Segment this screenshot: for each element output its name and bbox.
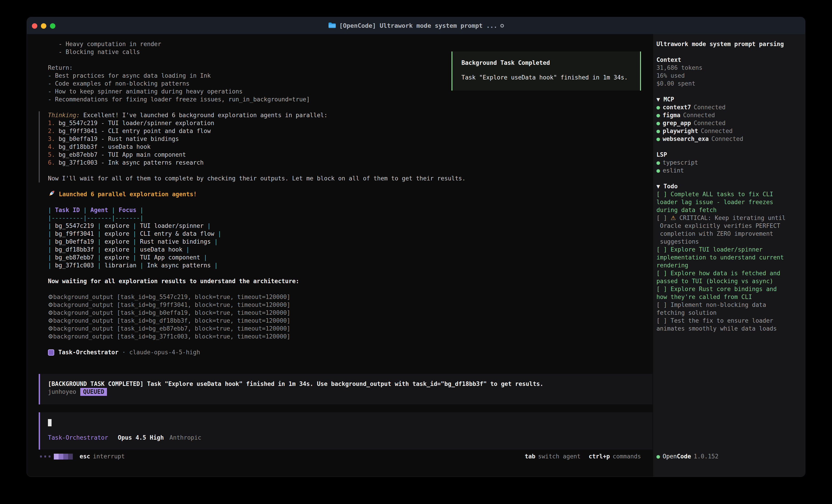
thinking-outro-line: Now I'll wait for all of them to complet… xyxy=(48,174,653,183)
chat-scroll-area[interactable]: - Heavy computation in render - Blocking… xyxy=(27,34,653,477)
right-sidebar: Ultrawork mode system prompt parsing Con… xyxy=(653,34,805,477)
todo-item-line: completion with ZERO improvement xyxy=(656,230,805,238)
tool-output-line: - Recommendations for fixing loader free… xyxy=(38,95,653,104)
rocket-icon xyxy=(48,190,56,199)
gear-icon: ⚙ xyxy=(48,317,53,324)
thinking-block: Thinking: Excellent! I've launched 6 bac… xyxy=(38,111,653,183)
minimize-window-button[interactable] xyxy=(41,23,46,29)
todo-item-line: fetching solution xyxy=(656,309,805,317)
gear-icon: ⚙ xyxy=(48,309,53,316)
todo-item-line: [ ] Test the fix to ensure loader xyxy=(656,317,805,325)
zoom-window-button[interactable] xyxy=(50,23,55,29)
todo-item-line: [ ] ⚠ CRITICAL: Keep iterating until xyxy=(656,214,805,222)
table-separator-row: |---------|-------|-------| xyxy=(38,214,653,222)
todo-item-line: [ ] Explore Rust core bindings and xyxy=(656,285,805,293)
todo-item-line: passed to TUI (blocking vs async) xyxy=(656,277,805,285)
todo-item-line: Oracle explicitly verifies PERFECT xyxy=(656,222,805,230)
terminal-window: [OpenCode] Ultrawork mode system prompt … xyxy=(27,17,805,477)
todo-section-header[interactable]: ▼ Todo xyxy=(656,183,805,190)
thinking-item: 2. bg_f9ff3041 - CLI entry point and dat… xyxy=(48,127,653,135)
background-task-message: [BACKGROUND TASK COMPLETED] Task "Explor… xyxy=(38,374,652,404)
status-right: tab switch agent ctrl+p commands xyxy=(525,452,652,460)
todo-item-line: loader lag issue - loader freezes xyxy=(656,198,805,206)
tool-call-line: ⚙background_output [task_id=bg_df18bb3f,… xyxy=(38,317,653,325)
thinking-label: Thinking: xyxy=(48,112,80,118)
todo-item-line: [ ] Complete ALL tasks to fix CLI xyxy=(656,190,805,198)
brand-name: Open xyxy=(662,452,677,460)
thinking-item: 3. bg_b0effa19 - Rust native bindings xyxy=(48,135,653,143)
folder-icon xyxy=(328,22,336,30)
gear-icon: ⚙ xyxy=(48,333,53,340)
status-dot-icon: ● xyxy=(656,167,660,174)
todo-item-line: rendering xyxy=(656,261,805,270)
queued-status-badge: QUEUED xyxy=(80,388,107,396)
mcp-item: ●figmaConnected xyxy=(656,111,805,119)
mcp-item: ●websearch_exaConnected xyxy=(656,135,805,143)
mcp-section-header[interactable]: ▼ MCP xyxy=(656,95,805,104)
todo-item-line: [ ] Explore TUI loader/spinner xyxy=(656,246,805,254)
app-version: 1.0.152 xyxy=(694,452,719,460)
gear-icon: ⚙ xyxy=(48,293,53,300)
commands-hint-label: commands xyxy=(613,452,641,460)
thinking-intro-line: Thinking: Excellent! I've launched 6 bac… xyxy=(48,111,653,119)
table-header-row: | Task ID | Agent | Focus | xyxy=(38,206,653,214)
launch-line: Launched 6 parallel exploration agents! xyxy=(38,190,653,198)
ctrlp-key-hint: ctrl+p xyxy=(589,452,610,460)
input-model-name: Opus 4.5 High xyxy=(118,434,164,442)
window-content: - Heavy computation in render - Blocking… xyxy=(27,34,805,477)
spinner-dots-icon xyxy=(40,455,53,457)
spinner-ring-icon xyxy=(500,24,504,28)
traffic-lights xyxy=(32,23,55,29)
context-tokens: 31,686 tokens xyxy=(656,64,805,72)
todo-item-line: [ ] Explore how data is fetched and xyxy=(656,270,805,277)
agent-attribution-line: Task-Orchestrator · claude-opus-4-5-high xyxy=(38,348,653,356)
table-row: | bg_f9ff3041 | explore | CLI entry & da… xyxy=(38,230,653,238)
window-titlebar[interactable]: [OpenCode] Ultrawork mode system prompt … xyxy=(27,17,805,34)
todo-item-line: suggestions xyxy=(656,238,805,246)
interrupt-hint-label: interrupt xyxy=(93,452,125,460)
status-dot-icon: ● xyxy=(656,127,660,135)
lsp-section-header: LSP xyxy=(656,151,805,159)
spinner-gradient-icon xyxy=(54,454,73,459)
todo-item-line: implementation to understand current xyxy=(656,254,805,261)
message-meta: junhoyeo QUEUED xyxy=(48,388,652,396)
text-cursor xyxy=(48,419,52,426)
dot-separator: · xyxy=(122,348,126,356)
close-window-button[interactable] xyxy=(32,23,37,29)
esc-key-hint: esc xyxy=(80,452,90,460)
tool-call-line: ⚙background_output [task_id=bg_b0effa19,… xyxy=(38,309,653,317)
session-title: Ultrawork mode system prompt parsing xyxy=(656,40,805,48)
context-heading: Context xyxy=(656,56,805,64)
thinking-item: 5. bg_eb87ebb7 - TUI App main component xyxy=(48,151,653,159)
gear-icon: ⚙ xyxy=(48,325,53,332)
table-row: | bg_37f1c003 | librarian | Ink async pa… xyxy=(38,261,653,270)
thinking-item: 6. bg_37f1c003 - Ink async patterns rese… xyxy=(48,159,653,167)
todo-item-line: during data fetch xyxy=(656,206,805,214)
todo-item-line: how they're called from CLI xyxy=(656,293,805,301)
mcp-item: ●context7Connected xyxy=(656,104,805,111)
tool-call-line: ⚙background_output [task_id=bg_f9ff3041,… xyxy=(38,301,653,309)
thinking-item: 4. bg_df18bb3f - useData hook xyxy=(48,143,653,151)
background-task-toast[interactable]: Background Task Completed Task "Explore … xyxy=(451,52,641,90)
mcp-item: ●playwrightConnected xyxy=(656,127,805,135)
status-dot-icon: ● xyxy=(656,104,660,111)
tool-call-line: ⚙background_output [task_id=bg_37f1c003,… xyxy=(38,333,653,340)
warning-icon: ⚠ xyxy=(671,214,676,222)
launch-text: Launched 6 parallel exploration agents! xyxy=(59,190,197,198)
agent-name: Task-Orchestrator xyxy=(58,348,119,356)
sidebar-footer: ● OpenCode 1.0.152 xyxy=(656,452,718,460)
gear-icon: ⚙ xyxy=(48,302,53,308)
tab-key-hint: tab xyxy=(525,452,536,460)
lsp-item: ●typescript xyxy=(656,159,805,167)
agent-icon xyxy=(48,349,54,356)
thinking-item: 1. bg_5547c219 - TUI loader/spinner expl… xyxy=(48,119,653,127)
prompt-input[interactable]: Task-Orchestrator Opus 4.5 High Anthropi… xyxy=(38,412,652,450)
switch-agent-hint-label: switch agent xyxy=(538,452,580,460)
status-dot-icon: ● xyxy=(656,111,660,119)
toast-title: Background Task Completed xyxy=(462,59,640,67)
todo-item-line: animates smoothly while data loads xyxy=(656,325,805,333)
table-row: | bg_df18bb3f | explore | useData hook | xyxy=(38,246,653,254)
tool-call-line: ⚙background_output [task_id=bg_5547c219,… xyxy=(38,293,653,301)
toast-body: Task "Explore useData hook" finished in … xyxy=(462,74,640,82)
status-left: esc interrupt xyxy=(40,452,125,460)
